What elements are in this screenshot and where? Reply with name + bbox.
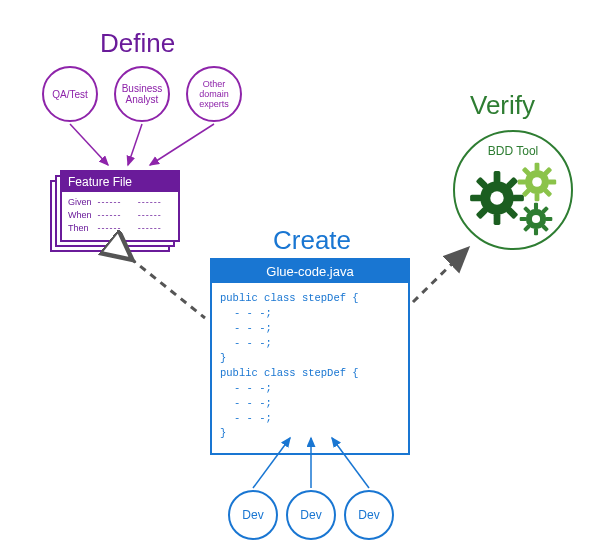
svg-point-19 [532, 177, 542, 187]
lines-column: ------ ------ ------ [138, 196, 172, 235]
role-qa: QA/Test [42, 66, 98, 122]
gear-icon-small [519, 202, 553, 236]
feature-header: Feature File [62, 172, 178, 192]
role-qa-label: QA/Test [52, 89, 88, 100]
feature-line: ------ [138, 222, 172, 235]
svg-rect-24 [546, 217, 553, 221]
glue-code-panel: Glue-code.java public class stepDef { - … [210, 258, 410, 455]
dev-circle-2: Dev [286, 490, 336, 540]
feature-line: ------ [98, 209, 132, 222]
code-line: - - -; [220, 337, 272, 349]
svg-rect-21 [534, 203, 538, 210]
code-line: - - -; [220, 412, 272, 424]
svg-line-30 [70, 124, 108, 165]
svg-point-29 [532, 215, 540, 223]
create-title: Create [273, 225, 351, 256]
diagram-stage: Define Create Verify QA/Test Business An… [0, 0, 599, 559]
feature-line: ------ [98, 222, 132, 235]
code-line: } [220, 427, 226, 439]
gwt-given: Given [68, 196, 92, 209]
feature-line: ------ [98, 196, 132, 209]
dev-circle-3: Dev [344, 490, 394, 540]
role-ba: Business Analyst [114, 66, 170, 122]
svg-line-37 [413, 248, 468, 302]
svg-rect-22 [534, 229, 538, 236]
svg-rect-12 [535, 193, 540, 201]
code-line: - - -; [220, 322, 272, 334]
dev-circle-1: Dev [228, 490, 278, 540]
code-line: } [220, 352, 226, 364]
svg-line-32 [150, 124, 214, 165]
code-line: public class stepDef { [220, 292, 359, 304]
glue-filename: Glue-code.java [212, 260, 408, 283]
svg-line-31 [128, 124, 142, 165]
svg-rect-3 [470, 195, 481, 202]
gwt-then: Then [68, 222, 92, 235]
bdd-tool-circle: BDD Tool [453, 130, 573, 250]
feature-line: ------ [138, 209, 172, 222]
svg-point-9 [490, 191, 503, 204]
role-other-label: Other domain experts [199, 79, 229, 109]
dev-label: Dev [300, 508, 321, 522]
dev-label: Dev [242, 508, 263, 522]
gwt-when: When [68, 209, 92, 222]
feature-line: ------ [138, 196, 172, 209]
glue-body: public class stepDef { - - -; - - -; - -… [212, 283, 408, 453]
svg-rect-23 [520, 217, 527, 221]
lines-column: ------ ------ ------ [98, 196, 132, 235]
feature-card-front: Feature File Given When Then ------ ----… [60, 170, 180, 242]
dev-label: Dev [358, 508, 379, 522]
code-line: public class stepDef { [220, 367, 359, 379]
code-line: - - -; [220, 397, 272, 409]
code-line: - - -; [220, 307, 272, 319]
svg-line-36 [130, 258, 205, 318]
define-title: Define [100, 28, 175, 59]
role-ba-label: Business Analyst [122, 83, 163, 105]
svg-rect-14 [548, 180, 556, 185]
verify-title: Verify [470, 90, 535, 121]
feature-body: Given When Then ------ ------ ------ ---… [62, 192, 178, 239]
gwt-column: Given When Then [68, 196, 92, 235]
bdd-tool-label: BDD Tool [455, 144, 571, 158]
gear-icon-mid [517, 162, 557, 202]
role-other: Other domain experts [186, 66, 242, 122]
svg-rect-2 [494, 214, 501, 225]
svg-rect-1 [494, 171, 501, 182]
svg-rect-11 [535, 163, 540, 171]
svg-rect-13 [518, 180, 526, 185]
code-line: - - -; [220, 382, 272, 394]
